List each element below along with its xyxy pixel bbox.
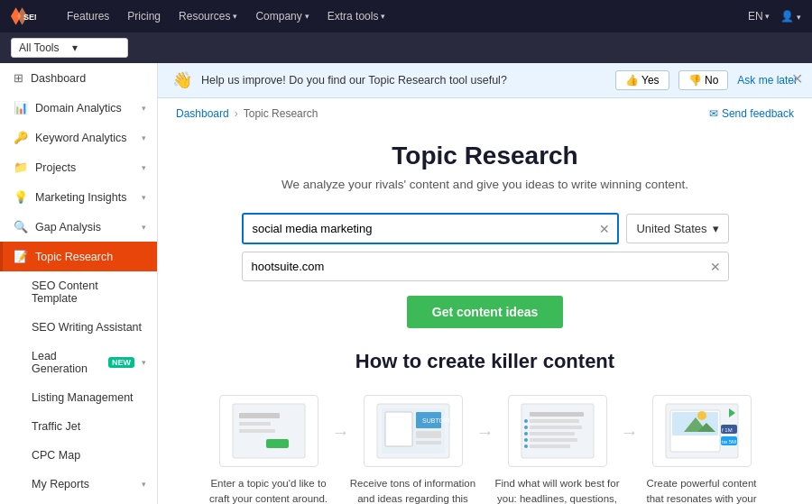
domain-input-wrap: ✕ (242, 252, 729, 281)
step-1-text: Enter a topic you'd like to craft your c… (206, 476, 332, 504)
marketing-insights-icon: 💡 (14, 190, 28, 204)
breadcrumb: Dashboard › Topic Research ✉ Send feedba… (158, 98, 812, 124)
svg-rect-14 (416, 441, 441, 444)
no-button[interactable]: 👎 No (678, 70, 729, 90)
nav-features[interactable]: Features (60, 6, 116, 26)
get-content-ideas-button[interactable]: Get content ideas (407, 296, 563, 328)
domain-input[interactable] (243, 252, 728, 280)
chevron-down-icon: ▾ (381, 12, 385, 21)
close-banner-button[interactable]: ✕ (791, 70, 803, 87)
chevron-icon: ▾ (142, 480, 146, 489)
user-menu[interactable]: 👤 ▾ (780, 10, 801, 23)
search-row: ✕ United States ▾ (242, 213, 729, 244)
svg-rect-17 (530, 419, 579, 423)
keyword-analytics-icon: 🔑 (14, 131, 28, 144)
nav-pricing[interactable]: Pricing (120, 6, 168, 26)
chevron-down-icon: ▾ (797, 13, 801, 22)
nav-right: EN ▾ 👤 ▾ (748, 10, 801, 23)
sidebar-item-seo-writing-assistant[interactable]: SEO Writing Assistant (0, 313, 157, 342)
sidebar-item-keyword-analytics[interactable]: 🔑 Keyword Analytics ▾ (0, 123, 157, 152)
svg-rect-21 (530, 444, 570, 448)
svg-point-32 (697, 411, 706, 420)
svg-point-22 (524, 419, 528, 423)
gap-analysis-icon: 🔍 (14, 220, 28, 234)
step-1-image (219, 395, 318, 467)
svg-point-24 (524, 432, 528, 435)
chevron-icon: ▾ (142, 104, 146, 113)
sidebar: ⊞ Dashboard 📊 Domain Analytics ▾ 🔑 Keywo… (0, 63, 158, 504)
nav-links: Features Pricing Resources ▾ Company ▾ E… (60, 6, 748, 26)
step-3: Find what will work best for you: headli… (494, 395, 621, 504)
sidebar-item-listing-management[interactable]: Listing Management (0, 383, 157, 412)
clear-topic-button[interactable]: ✕ (599, 222, 610, 236)
chevron-icon: ▾ (142, 223, 146, 232)
sidebar-item-topic-research[interactable]: 📝 Topic Research (0, 242, 157, 271)
toolbar: All Tools ▾ (0, 32, 812, 63)
step-arrow-2: → (476, 395, 494, 443)
svg-rect-7 (266, 439, 289, 448)
svg-rect-18 (530, 426, 582, 429)
svg-text:tw 5M: tw 5M (722, 439, 736, 444)
sidebar-item-projects[interactable]: 📁 Projects ▾ (0, 152, 157, 182)
svg-rect-13 (416, 431, 441, 438)
yes-button[interactable]: 👍 Yes (615, 70, 669, 90)
chevron-icon: ▾ (142, 358, 146, 367)
step-4-image: f 1M tw 5M (652, 395, 752, 467)
logo[interactable]: SEMrush (11, 7, 42, 25)
nav-resources[interactable]: Resources ▾ (171, 6, 245, 26)
chevron-down-icon: ▾ (72, 41, 118, 54)
language-selector[interactable]: EN ▾ (748, 10, 770, 23)
send-feedback-button[interactable]: ✉ Send feedback (709, 107, 794, 120)
chevron-icon: ▾ (142, 163, 146, 172)
sidebar-item-traffic-jet[interactable]: Traffic Jet (0, 412, 157, 441)
nav-company[interactable]: Company ▾ (248, 6, 316, 26)
topic-input[interactable] (244, 215, 618, 243)
svg-rect-16 (530, 412, 584, 417)
step-3-image (508, 395, 607, 467)
wave-icon: 👋 (172, 70, 192, 90)
clear-domain-button[interactable]: ✕ (710, 260, 721, 274)
chevron-down-icon: ▾ (765, 12, 770, 21)
chevron-icon: ▾ (142, 193, 146, 202)
svg-point-26 (524, 444, 528, 448)
content-area: 👋 Help us improve! Do you find our Topic… (158, 63, 812, 504)
step-1: Enter a topic you'd like to craft your c… (206, 395, 332, 504)
chevron-down-icon: ▾ (713, 222, 719, 235)
svg-point-25 (524, 438, 528, 442)
sidebar-item-my-reports[interactable]: My Reports ▾ (0, 470, 157, 499)
breadcrumb-home-link[interactable]: Dashboard (176, 107, 229, 120)
sidebar-item-lead-generation[interactable]: Lead Generation NEW ▾ (0, 342, 157, 383)
steps-row: Enter a topic you'd like to craft your c… (194, 395, 776, 504)
country-selector[interactable]: United States ▾ (626, 214, 728, 243)
breadcrumb-separator: › (235, 107, 238, 120)
step-4: f 1M tw 5M Create powerful content that … (639, 395, 765, 504)
svg-text:f 1M: f 1M (722, 427, 733, 433)
all-tools-dropdown[interactable]: All Tools ▾ (11, 38, 128, 58)
svg-rect-19 (530, 432, 575, 435)
country-label: United States (636, 222, 706, 235)
svg-point-23 (524, 426, 528, 429)
new-badge: NEW (108, 357, 134, 368)
main-content: Topic Research We analyze your rivals' c… (158, 124, 812, 504)
sidebar-item-domain-analytics[interactable]: 📊 Domain Analytics ▾ (0, 93, 157, 123)
step-4-text: Create powerful content that resonates w… (639, 476, 765, 504)
svg-rect-5 (239, 422, 271, 426)
user-icon: 👤 (780, 10, 794, 23)
svg-rect-6 (239, 429, 275, 433)
svg-text:SUBTOPIC: SUBTOPIC (422, 417, 454, 424)
sidebar-item-seo-content-template[interactable]: SEO Content Template (0, 271, 157, 313)
step-arrow-3: → (621, 395, 639, 443)
page-title: Topic Research (194, 142, 776, 170)
sidebar-item-cpc-map[interactable]: CPC Map (0, 441, 157, 470)
nav-extra-tools[interactable]: Extra tools ▾ (320, 6, 393, 26)
search-form: ✕ United States ▾ ✕ Get content ideas (242, 213, 729, 328)
sidebar-item-marketing-insights[interactable]: 💡 Marketing Insights ▾ (0, 182, 157, 212)
sidebar-item-gap-analysis[interactable]: 🔍 Gap Analysis ▾ (0, 212, 157, 242)
breadcrumb-current: Topic Research (244, 107, 318, 120)
svg-rect-20 (530, 438, 577, 442)
step-2: SUBTOPIC Receive tons of information and… (350, 395, 476, 504)
topic-input-wrap: ✕ (242, 213, 620, 244)
projects-icon: 📁 (14, 160, 28, 174)
sidebar-item-dashboard[interactable]: ⊞ Dashboard (0, 63, 157, 93)
ask-later-link[interactable]: Ask me later (737, 74, 798, 87)
